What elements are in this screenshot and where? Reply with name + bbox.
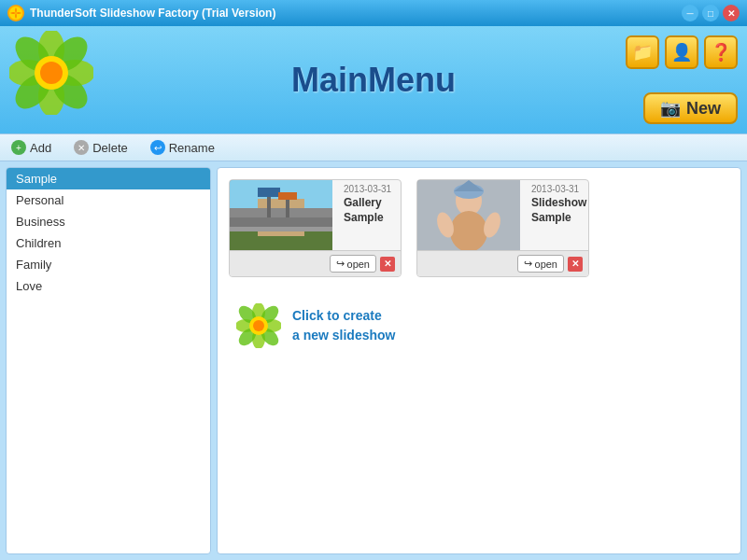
- gallery-open-button[interactable]: ↪ open: [330, 255, 376, 273]
- header: MainMenu 📁 👤 ❓ 📷 New: [0, 26, 747, 133]
- add-button[interactable]: + Add: [7, 138, 55, 157]
- sidebar-item-children[interactable]: Children: [7, 232, 210, 254]
- sidebar-item-love[interactable]: Love: [7, 275, 210, 297]
- slideshow-delete-button[interactable]: ✕: [568, 257, 583, 272]
- svg-rect-20: [230, 227, 332, 231]
- baby-thumbnail: [417, 180, 520, 250]
- svg-point-10: [40, 62, 63, 84]
- minimize-button[interactable]: ─: [682, 5, 698, 21]
- main-content: Sample Personal Business Children Family…: [0, 161, 747, 560]
- create-text: Click to create a new slideshow: [292, 306, 395, 345]
- create-icon: [236, 303, 281, 348]
- svg-rect-18: [278, 192, 297, 200]
- delete-button[interactable]: ✕ Delete: [70, 138, 132, 157]
- card-slideshow-header: 2013-03-31 SlideshowSample: [417, 180, 588, 250]
- add-label: Add: [30, 141, 51, 155]
- open-arrow-icon: ↪: [336, 258, 345, 270]
- sidebar-item-family[interactable]: Family: [7, 254, 210, 275]
- card-slideshow-name: SlideshowSample: [531, 196, 586, 225]
- card-slideshow-date: 2013-03-31: [531, 184, 586, 194]
- sidebar-item-sample[interactable]: Sample: [7, 168, 210, 189]
- content-area: 2013-03-31 GallerySample ↪ open ✕: [217, 167, 741, 554]
- app-logo: [9, 31, 93, 115]
- title-bar-text: ThunderSoft Slideshow Factory (Trial Ver…: [30, 7, 676, 20]
- help-button[interactable]: ❓: [704, 35, 738, 69]
- main-title: MainMenu: [291, 61, 456, 100]
- svg-point-37: [253, 320, 264, 331]
- card-gallery-info: 2013-03-31 GallerySample: [340, 180, 395, 250]
- slideshow-open-label: open: [535, 259, 557, 270]
- header-buttons: 📁 👤 ❓: [626, 35, 738, 69]
- close-button[interactable]: ✕: [723, 5, 740, 21]
- folder-button[interactable]: 📁: [626, 35, 659, 69]
- create-line1: Click to create: [292, 308, 382, 323]
- title-bar: ThunderSoft Slideshow Factory (Trial Ver…: [0, 0, 747, 26]
- delete-icon: ✕: [74, 140, 89, 155]
- user-button[interactable]: 👤: [665, 35, 698, 69]
- delete-label: Delete: [92, 141, 128, 155]
- sidebar: Sample Personal Business Children Family…: [6, 167, 211, 554]
- window-controls: ─ □ ✕: [682, 5, 740, 21]
- sidebar-item-business[interactable]: Business: [7, 211, 210, 232]
- create-new-slideshow[interactable]: Click to create a new slideshow: [229, 296, 402, 356]
- app-icon: [7, 5, 24, 21]
- cards-row: 2013-03-31 GallerySample ↪ open ✕: [229, 179, 729, 277]
- card-gallery-name: GallerySample: [344, 196, 391, 225]
- rename-label: Rename: [169, 141, 215, 155]
- card-gallery-footer: ↪ open ✕: [230, 250, 401, 276]
- create-line2: a new slideshow: [292, 328, 395, 343]
- card-gallery-sample: 2013-03-31 GallerySample ↪ open ✕: [229, 179, 402, 277]
- card-gallery-header: 2013-03-31 GallerySample: [230, 180, 401, 250]
- card-gallery-date: 2013-03-31: [344, 184, 391, 194]
- sidebar-item-personal[interactable]: Personal: [7, 189, 210, 211]
- svg-rect-16: [258, 188, 280, 197]
- svg-point-23: [450, 211, 487, 250]
- card-slideshow-footer: ↪ open ✕: [417, 250, 588, 276]
- slideshow-open-button[interactable]: ↪ open: [517, 255, 564, 273]
- gallery-delete-button[interactable]: ✕: [380, 257, 395, 272]
- rename-button[interactable]: ↩ Rename: [147, 138, 218, 157]
- card-gallery-thumbnail: [230, 180, 332, 250]
- new-icon: 📷: [660, 98, 681, 119]
- maximize-button[interactable]: □: [702, 5, 719, 21]
- card-slideshow-thumbnail: [417, 180, 520, 250]
- new-label: New: [686, 99, 721, 119]
- card-slideshow-sample: 2013-03-31 SlideshowSample ↪ open ✕: [416, 179, 589, 277]
- open-arrow-icon-2: ↪: [524, 258, 532, 270]
- rename-icon: ↩: [150, 140, 165, 155]
- gallery-open-label: open: [347, 259, 370, 270]
- new-button[interactable]: 📷 New: [643, 92, 738, 124]
- logo-area: [9, 31, 103, 124]
- create-flower-icon: [236, 303, 281, 348]
- add-icon: +: [11, 140, 26, 155]
- toolbar: + Add ✕ Delete ↩ Rename: [0, 133, 747, 161]
- card-slideshow-info: 2013-03-31 SlideshowSample: [528, 180, 589, 250]
- street-thumbnail: [230, 180, 332, 250]
